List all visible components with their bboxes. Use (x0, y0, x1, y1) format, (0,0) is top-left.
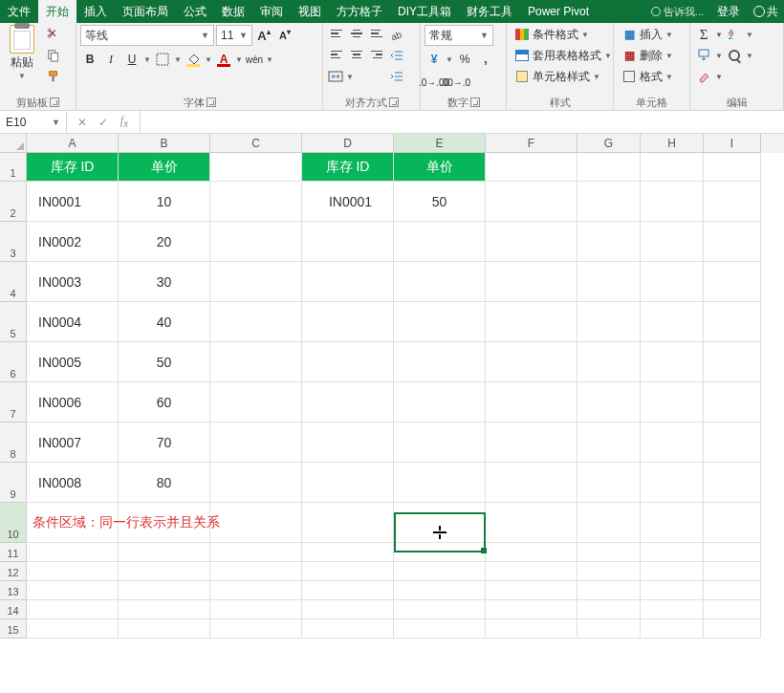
accounting-dropdown[interactable]: ▼ (446, 55, 453, 64)
cell[interactable] (119, 543, 210, 562)
cell[interactable]: IN0002 (27, 222, 119, 262)
cell[interactable] (302, 422, 394, 463)
decrease-font-button[interactable]: A▾ (275, 26, 294, 45)
col-head-B[interactable]: B (119, 134, 210, 153)
cell[interactable] (27, 562, 119, 581)
cell[interactable] (641, 600, 704, 619)
cell[interactable]: 20 (119, 222, 210, 262)
row-head[interactable]: 10 (0, 503, 27, 543)
cell[interactable] (641, 222, 704, 262)
format-cells-button[interactable]: 格式▼ (618, 67, 677, 86)
cell[interactable]: IN0001 (302, 182, 394, 222)
menu-formulas[interactable]: 公式 (176, 0, 214, 23)
clear-dropdown[interactable]: ▼ (715, 73, 723, 81)
italic-button[interactable]: I (101, 50, 120, 69)
cell[interactable] (302, 262, 394, 302)
cell[interactable] (394, 503, 486, 543)
cell[interactable] (210, 262, 302, 302)
cell[interactable]: 库存 ID (302, 153, 394, 182)
cell[interactable]: IN0006 (27, 382, 119, 422)
cell[interactable] (394, 342, 486, 382)
menu-diy[interactable]: DIY工具箱 (390, 0, 459, 23)
percent-button[interactable]: % (455, 50, 474, 69)
cell[interactable] (577, 503, 641, 543)
cell[interactable] (394, 262, 486, 302)
row-head[interactable]: 7 (0, 382, 27, 422)
cell[interactable] (704, 562, 761, 581)
cell[interactable] (394, 463, 486, 503)
border-button[interactable] (153, 50, 172, 69)
insert-function-button[interactable]: fx (117, 114, 132, 129)
col-head-F[interactable]: F (486, 134, 577, 153)
menu-finance[interactable]: 财务工具 (459, 0, 520, 23)
cell[interactable] (704, 262, 761, 302)
cell[interactable] (210, 342, 302, 382)
cell[interactable]: 库存 ID (27, 153, 119, 182)
cell[interactable] (641, 153, 704, 182)
row-head[interactable]: 14 (0, 600, 27, 619)
cell[interactable] (302, 600, 394, 619)
menu-data[interactable]: 数据 (214, 0, 252, 23)
cell[interactable] (577, 182, 641, 222)
align-left-button[interactable] (327, 46, 346, 63)
cell[interactable] (641, 543, 704, 562)
format-as-table-button[interactable]: 套用表格格式▼ (511, 46, 616, 65)
cell[interactable] (486, 503, 577, 543)
cell[interactable] (641, 262, 704, 302)
cell[interactable] (704, 182, 761, 222)
cell[interactable] (210, 562, 302, 581)
cell[interactable] (577, 222, 641, 262)
cell[interactable] (210, 153, 302, 182)
row-head[interactable]: 15 (0, 619, 27, 639)
clipboard-launcher[interactable] (50, 97, 59, 107)
cell[interactable] (486, 600, 577, 619)
cell[interactable]: 50 (119, 342, 210, 382)
cell[interactable] (394, 222, 486, 262)
cut-button[interactable] (44, 25, 63, 44)
cell[interactable] (704, 222, 761, 262)
cell[interactable] (486, 543, 577, 562)
row-head[interactable]: 1 (0, 153, 27, 182)
fill-button[interactable] (694, 46, 713, 65)
col-head-I[interactable]: I (704, 134, 761, 153)
row-head[interactable]: 4 (0, 262, 27, 302)
cell[interactable]: IN0005 (27, 342, 119, 382)
cell[interactable] (210, 222, 302, 262)
autosum-dropdown[interactable]: ▼ (715, 31, 723, 39)
cell[interactable] (27, 600, 119, 619)
copy-button[interactable] (44, 46, 63, 65)
cell[interactable] (641, 463, 704, 503)
cell[interactable] (704, 302, 761, 342)
cell[interactable]: IN0003 (27, 262, 119, 302)
cell[interactable]: 60 (119, 382, 210, 422)
cell[interactable] (486, 463, 577, 503)
cell[interactable] (641, 302, 704, 342)
cell[interactable] (577, 302, 641, 342)
find-dropdown[interactable]: ▼ (746, 52, 753, 60)
cell[interactable] (486, 422, 577, 463)
share-button[interactable]: 共 (748, 0, 784, 23)
cell[interactable] (394, 302, 486, 342)
formula-input[interactable] (141, 111, 784, 133)
row-head[interactable]: 11 (0, 543, 27, 562)
cell[interactable] (210, 600, 302, 619)
bold-button[interactable]: B (80, 50, 99, 69)
cell[interactable] (704, 463, 761, 503)
cell[interactable] (486, 302, 577, 342)
cell[interactable]: 40 (119, 302, 210, 342)
fill-color-dropdown[interactable]: ▼ (205, 55, 212, 64)
cell[interactable] (394, 619, 486, 639)
number-format-combo[interactable]: 常规▼ (425, 25, 493, 46)
cell[interactable] (119, 619, 210, 639)
cell[interactable]: 30 (119, 262, 210, 302)
menu-view[interactable]: 视图 (291, 0, 329, 23)
cancel-formula-button[interactable]: ✕ (75, 116, 90, 129)
row-head[interactable]: 8 (0, 422, 27, 463)
cell[interactable] (302, 562, 394, 581)
menu-file[interactable]: 文件 (0, 0, 38, 23)
cell[interactable] (704, 581, 761, 600)
cell[interactable] (641, 182, 704, 222)
underline-button[interactable]: U (122, 50, 142, 69)
cell[interactable]: IN0001 (27, 182, 119, 222)
cell[interactable]: IN0004 (27, 302, 119, 342)
